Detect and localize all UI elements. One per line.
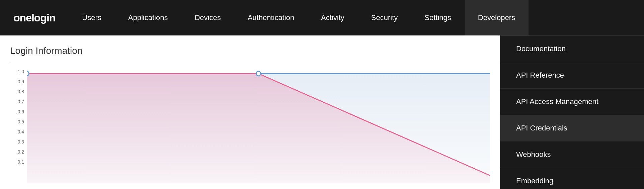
- dropdown-item-embedding[interactable]: Embedding: [500, 168, 644, 189]
- y-label-05: 0.5: [10, 117, 27, 127]
- y-label-08: 0.8: [10, 87, 27, 97]
- blue-dot-start: [27, 71, 29, 76]
- navbar: onelogin Users Applications Devices Auth…: [0, 0, 644, 35]
- y-label-06: 0.6: [10, 107, 27, 117]
- nav-item-applications[interactable]: Applications: [115, 0, 181, 35]
- dropdown-item-api-reference[interactable]: API Reference: [500, 62, 644, 89]
- y-label-01: 0.1: [10, 157, 27, 167]
- blue-dot-mid: [256, 71, 261, 76]
- chart-svg: [27, 67, 490, 183]
- chart-container: 1.0 0.9 0.8 0.7 0.6 0.5 0.4 0.3 0.2 0.1: [10, 63, 490, 183]
- developers-dropdown: Documentation API Reference API Access M…: [500, 35, 644, 189]
- y-label-09: 0.9: [10, 77, 27, 87]
- nav-items: Users Applications Devices Authenticatio…: [69, 0, 644, 35]
- nav-item-activity[interactable]: Activity: [308, 0, 358, 35]
- y-label-04: 0.4: [10, 127, 27, 137]
- main-content: Login Information 1.0 0.9 0.8 0.7 0.6 0.…: [0, 35, 500, 189]
- nav-item-authentication[interactable]: Authentication: [234, 0, 308, 35]
- nav-item-devices[interactable]: Devices: [181, 0, 234, 35]
- nav-item-developers[interactable]: Developers: [465, 0, 529, 35]
- section-title: Login Information: [10, 45, 490, 56]
- dropdown-item-api-credentials[interactable]: API Credentials: [500, 115, 644, 141]
- y-label-03: 0.3: [10, 137, 27, 147]
- logo[interactable]: onelogin: [13, 12, 55, 24]
- y-label-02: 0.2: [10, 147, 27, 157]
- nav-item-security[interactable]: Security: [358, 0, 411, 35]
- y-label-10: 1.0: [10, 67, 27, 77]
- chart-area: [27, 67, 490, 183]
- y-axis: 1.0 0.9 0.8 0.7 0.6 0.5 0.4 0.3 0.2 0.1: [10, 67, 27, 183]
- dropdown-item-documentation[interactable]: Documentation: [500, 36, 644, 62]
- dropdown-item-api-access-management[interactable]: API Access Management: [500, 89, 644, 115]
- y-label-07: 0.7: [10, 97, 27, 107]
- dropdown-item-webhooks[interactable]: Webhooks: [500, 141, 644, 168]
- nav-item-users[interactable]: Users: [69, 0, 114, 35]
- nav-item-settings[interactable]: Settings: [411, 0, 465, 35]
